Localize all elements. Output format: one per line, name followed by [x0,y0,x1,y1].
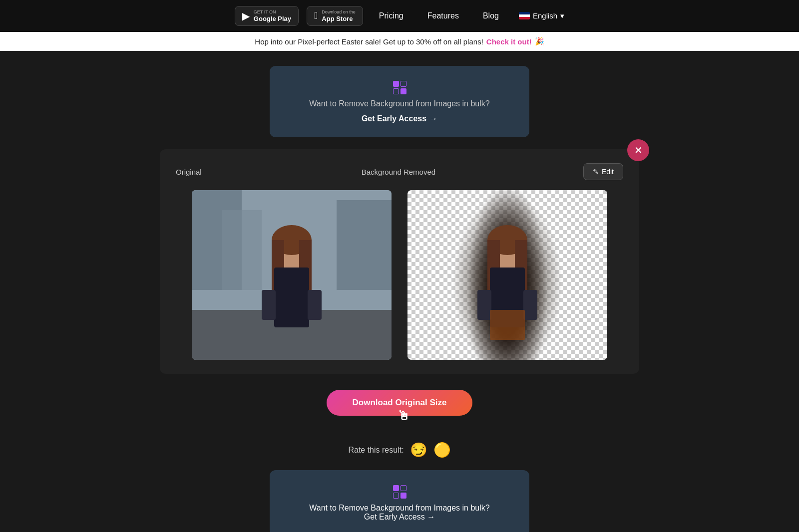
removed-image-container [407,190,607,360]
navbar: ▶ GET IT ON Google Play  Download on th… [0,0,799,32]
bulk-description-top: Want to Remove Background from Images in… [290,99,509,108]
original-image [192,190,392,360]
early-access-text-bottom: Get Early Access [364,513,425,521]
early-access-arrow-top: → [429,114,437,123]
removed-image [407,190,607,360]
result-images [176,190,623,360]
svg-rect-2 [337,200,392,290]
rating-neutral-emoji[interactable]: 🟡 [433,442,451,458]
close-icon: ✕ [634,144,643,156]
app-store-big-text: App Store [322,15,356,23]
grid-cell-b1 [393,485,399,491]
rating-label: Rate this result: [348,446,403,455]
result-panel: ✕ Original Background Removed ✎ Edit [160,149,639,374]
google-play-big-text: Google Play [254,15,291,23]
early-access-link-top[interactable]: Get Early Access → [362,114,437,123]
original-image-container [192,190,392,360]
promo-text: Hop into our Pixel-perfect Easter sale! … [255,37,483,46]
bulk-logo-top [393,81,406,94]
download-button[interactable]: Download Original Size 🖱 [327,390,473,416]
bulk-card-bottom: Want to Remove Background from Images in… [270,470,529,532]
svg-rect-9 [274,267,309,327]
bulk-card-top: Want to Remove Background from Images in… [270,66,529,137]
google-play-icon: ▶ [242,10,250,22]
google-play-button[interactable]: ▶ GET IT ON Google Play [235,6,299,26]
close-button[interactable]: ✕ [627,139,649,161]
main-content: Want to Remove Background from Images in… [0,51,799,532]
promo-link[interactable]: Check it out! [486,37,532,46]
early-access-link-bottom[interactable]: Get Early Access → [364,513,435,521]
dropdown-chevron-icon: ▾ [560,11,564,20]
grid-cell-b3 [393,493,399,499]
early-access-arrow-bottom: → [427,513,435,521]
promo-emoji: 🎉 [535,37,544,46]
original-col [192,190,392,360]
language-label: English [533,11,557,20]
svg-rect-3 [222,210,262,290]
original-image-svg [192,190,392,360]
grid-cell-1 [393,81,399,87]
early-access-text-top: Get Early Access [362,114,426,123]
promo-banner: Hop into our Pixel-perfect Easter sale! … [0,32,799,51]
svg-rect-17 [477,290,491,320]
grid-cell-b2 [400,485,406,491]
grid-cell-3 [393,88,399,94]
removed-col [407,190,607,360]
language-selector[interactable]: English ▾ [519,11,564,20]
result-header: Original Background Removed ✎ Edit [176,163,623,180]
download-section: Download Original Size 🖱 [327,390,473,416]
edit-button[interactable]: ✎ Edit [583,163,623,180]
grid-cell-b4 [400,493,406,499]
bulk-description-bottom: Want to Remove Background from Images in… [290,504,509,513]
download-label: Download Original Size [353,398,447,407]
nav-pricing[interactable]: Pricing [371,11,411,20]
nav-features[interactable]: Features [419,11,467,20]
google-play-small-text: GET IT ON [254,9,291,15]
rating-section: Rate this result: 😏 🟡 [348,442,450,458]
app-store-button[interactable]:  Download on the App Store [307,6,363,26]
svg-rect-11 [308,290,322,320]
original-label: Original [176,168,202,176]
cursor-icon: 🖱 [397,408,410,424]
grid-cell-2 [400,81,406,87]
bulk-logo-bottom [393,485,406,499]
edit-label: Edit [602,168,614,176]
removed-image-svg [407,190,607,360]
grid-cell-4 [400,88,406,94]
edit-pencil-icon: ✎ [593,168,599,176]
svg-rect-10 [262,290,276,320]
rating-bad-emoji[interactable]: 😏 [410,442,427,458]
flag-icon [519,12,530,19]
background-removed-label: Background Removed [362,168,435,176]
svg-rect-19 [490,310,525,340]
svg-rect-18 [523,290,537,320]
nav-blog[interactable]: Blog [475,11,507,20]
app-store-small-text: Download on the [322,9,356,15]
apple-icon:  [314,10,318,21]
